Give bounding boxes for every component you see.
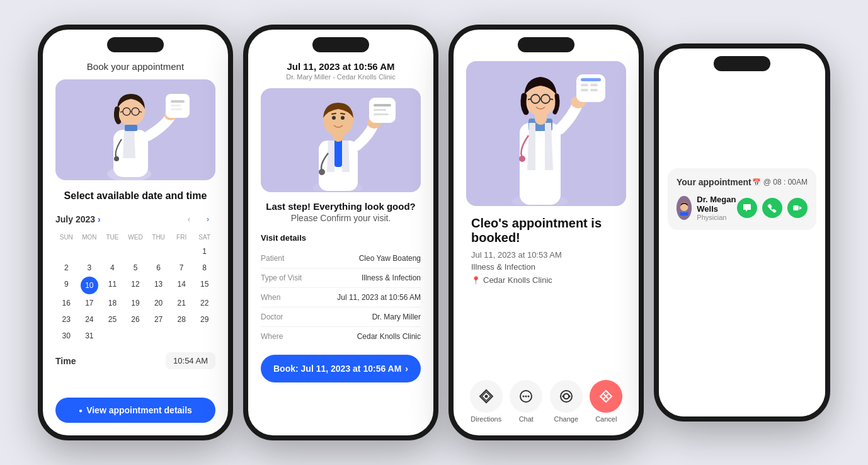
view-appointment-btn[interactable]: ● View appointment details (55, 398, 215, 423)
action-btn-change[interactable]: Change (550, 380, 583, 423)
notch-4 (714, 56, 770, 71)
svg-rect-45 (581, 84, 588, 86)
cal-day-9[interactable]: 9 (55, 277, 77, 294)
cal-day-26[interactable]: 26 (125, 312, 147, 327)
cal-day-16[interactable]: 16 (55, 296, 77, 311)
appointment-card: Your appointment 📅 @ 08 : 00AM (668, 168, 816, 230)
cal-day-2[interactable]: 2 (55, 260, 77, 275)
visit-details-list: Patient Cleo Yaw Boateng Type of Visit I… (261, 249, 421, 346)
svg-rect-14 (171, 108, 182, 110)
time-label: Time (55, 356, 76, 366)
video-icon-btn[interactable] (787, 198, 808, 218)
detail-label-patient: Patient (261, 254, 284, 263)
phone-icon-btn[interactable] (762, 198, 782, 218)
detail-row-patient: Patient Cleo Yaw Boateng (261, 249, 421, 268)
p1-title: Book your appointment (55, 61, 215, 72)
cal-day-1[interactable]: 1 (193, 244, 215, 259)
svg-point-54 (525, 396, 527, 398)
next-month-btn[interactable]: › (200, 212, 215, 227)
doctor-name: Dr. Megan Wells (697, 195, 737, 214)
cal-day-19[interactable]: 19 (125, 296, 147, 311)
action-btn-cancel[interactable]: Cancel (590, 380, 622, 423)
directions-icon-circle (470, 380, 503, 413)
video-icon (792, 203, 802, 213)
p3-booked-title: Cleo's appointment is booked! (471, 216, 621, 245)
cal-day-30[interactable]: 30 (55, 328, 77, 343)
cal-day-28[interactable]: 28 (171, 312, 193, 327)
doctor-illustration-2 (271, 90, 410, 191)
doctor-illustration-1 (72, 83, 198, 180)
p3-hero (466, 61, 626, 206)
action-btn-directions[interactable]: Directions (470, 380, 503, 423)
cal-header-fri: FRI (171, 232, 193, 243)
cal-day-22[interactable]: 22 (193, 296, 215, 311)
cal-day-14[interactable]: 14 (171, 277, 193, 294)
cal-day-20[interactable]: 20 (147, 296, 169, 311)
p3-clinic: 📍 Cedar Knolls Clinic (471, 275, 621, 285)
appt-doctor-row: Dr. Megan Wells Physician (677, 195, 808, 221)
cal-day-12[interactable]: 12 (125, 277, 147, 294)
cal-day-6[interactable]: 6 (147, 260, 169, 275)
p2-doctor: Dr. Mary Miller - Cedar Knolls Clinic (261, 73, 421, 81)
time-value[interactable]: 10:54 AM (166, 352, 215, 369)
cal-day-10-selected[interactable]: 10 (81, 277, 98, 294)
prev-month-btn[interactable]: ‹ (181, 212, 197, 227)
svg-point-19 (319, 169, 325, 175)
cal-day-11[interactable]: 11 (101, 277, 123, 294)
cal-day-3[interactable]: 3 (79, 260, 101, 275)
cal-day-4[interactable]: 4 (101, 260, 123, 275)
cal-day-24[interactable]: 24 (79, 312, 101, 327)
book-button[interactable]: Book: Jul 11, 2023 at 10:56 AM › (261, 355, 421, 382)
doctor-avatar (677, 196, 692, 220)
cal-day-21[interactable]: 21 (171, 296, 193, 311)
doctor-illustration-3 (471, 63, 622, 205)
confirm-line1: Last step! Everything look good? (261, 201, 421, 212)
cal-day-27[interactable]: 27 (147, 312, 169, 327)
svg-rect-64 (793, 205, 799, 210)
phone-2: Jul 11, 2023 at 10:56 AM Dr. Mary Miller… (243, 25, 438, 440)
svg-line-8 (120, 112, 123, 112)
calendar-month: July 2023 › ‹ › (55, 212, 215, 227)
cal-header-sat: SAT (193, 232, 215, 243)
svg-rect-32 (520, 123, 561, 205)
cal-day-8[interactable]: 8 (193, 260, 215, 275)
svg-point-25 (341, 116, 345, 120)
svg-point-53 (523, 396, 525, 398)
action-btn-chat[interactable]: Chat (510, 380, 542, 423)
cal-day-17[interactable]: 17 (79, 296, 101, 311)
cal-header-tue: TUE (101, 232, 123, 243)
month-label: July 2023 › (55, 214, 101, 224)
cal-day-31[interactable]: 31 (79, 328, 101, 343)
detail-label-when: When (261, 293, 280, 302)
detail-value-where: Cedar Knolls Clinic (357, 332, 421, 341)
detail-row-where: Where Cedar Knolls Clinic (261, 327, 421, 346)
svg-point-55 (528, 396, 530, 398)
svg-rect-13 (171, 105, 181, 106)
message-icon-btn[interactable] (737, 198, 757, 218)
svg-rect-44 (581, 78, 601, 81)
svg-line-22 (332, 113, 336, 114)
svg-point-34 (519, 156, 525, 162)
visit-details-title: Visit details (261, 233, 421, 243)
cal-day-18[interactable]: 18 (101, 296, 123, 311)
cal-day (101, 244, 123, 259)
book-btn-arrow: › (405, 364, 408, 374)
cal-day-23[interactable]: 23 (55, 312, 77, 327)
detail-value-type: Illness & Infection (362, 273, 421, 282)
cal-header-wed: WED (125, 232, 147, 243)
cal-day-15[interactable]: 15 (193, 277, 215, 294)
detail-row-when: When Jul 11, 2023 at 10:56 AM (261, 288, 421, 307)
detail-label-type: Type of Visit (261, 273, 302, 282)
cal-day-13[interactable]: 13 (147, 277, 169, 294)
svg-point-51 (484, 395, 488, 398)
month-nav[interactable]: ‹ › (181, 212, 215, 227)
detail-value-patient: Cleo Yaw Boateng (359, 254, 421, 263)
cal-day-29[interactable]: 29 (193, 312, 215, 327)
time-row: Time 10:54 AM (55, 352, 215, 369)
cal-day-7[interactable]: 7 (171, 260, 193, 275)
svg-rect-12 (171, 100, 185, 103)
change-label: Change (554, 415, 578, 423)
cal-day-25[interactable]: 25 (101, 312, 123, 327)
p2-hero (261, 88, 421, 192)
cal-day-5[interactable]: 5 (125, 260, 147, 275)
